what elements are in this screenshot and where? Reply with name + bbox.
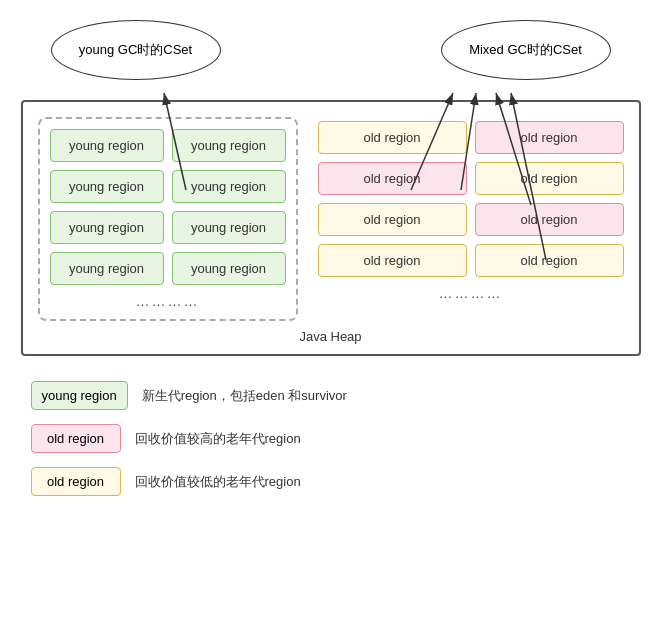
mixed-gc-label: Mixed GC时的CSet: [469, 41, 582, 59]
list-item: old region: [475, 121, 624, 154]
legend-old-pink-desc: 回收价值较高的老年代region: [135, 430, 301, 448]
list-item: young region: [50, 211, 164, 244]
list-item: old region: [318, 121, 467, 154]
list-item: young region: [50, 170, 164, 203]
list-item: old region: [475, 162, 624, 195]
legend-old-yellow-label: old region: [47, 474, 104, 489]
list-item: young region: [172, 129, 286, 162]
list-item: young region: [50, 252, 164, 285]
list-item: young region: [172, 170, 286, 203]
legend-young-label: young region: [42, 388, 117, 403]
young-regions-area: young region young region young region y…: [38, 117, 298, 321]
legend-old-pink-label: old region: [47, 431, 104, 446]
legend: young region 新生代region，包括eden 和survivor …: [21, 381, 641, 496]
list-item: young region: [172, 252, 286, 285]
list-item: old region: [475, 244, 624, 277]
young-gc-cset-ellipse: young GC时的CSet: [51, 20, 221, 80]
mixed-gc-cset-ellipse: Mixed GC时的CSet: [441, 20, 611, 80]
young-grid: young region young region young region y…: [50, 129, 286, 285]
list-item: young region: [172, 211, 286, 244]
young-dots: …………: [50, 293, 286, 309]
young-gc-label: young GC时的CSet: [79, 41, 192, 59]
heap-box: young region young region young region y…: [21, 100, 641, 356]
diagram-container: young GC时的CSet Mixed GC时的CSet young regi…: [21, 20, 641, 496]
old-regions-area: old region old region old region old reg…: [318, 117, 624, 321]
legend-item-old-pink: old region 回收价值较高的老年代region: [31, 424, 631, 453]
list-item: old region: [318, 162, 467, 195]
legend-box-young: young region: [31, 381, 128, 410]
legend-young-desc: 新生代region，包括eden 和survivor: [142, 387, 347, 405]
heap-label: Java Heap: [38, 329, 624, 344]
legend-item-old-yellow: old region 回收价值较低的老年代region: [31, 467, 631, 496]
legend-box-old-pink: old region: [31, 424, 121, 453]
ellipses-row: young GC时的CSet Mixed GC时的CSet: [21, 20, 641, 90]
legend-item-young: young region 新生代region，包括eden 和survivor: [31, 381, 631, 410]
old-grid: old region old region old region old reg…: [318, 121, 624, 277]
heap-inner: young region young region young region y…: [38, 117, 624, 321]
list-item: old region: [318, 244, 467, 277]
list-item: old region: [318, 203, 467, 236]
legend-box-old-yellow: old region: [31, 467, 121, 496]
list-item: old region: [475, 203, 624, 236]
list-item: young region: [50, 129, 164, 162]
legend-old-yellow-desc: 回收价值较低的老年代region: [135, 473, 301, 491]
old-dots: …………: [318, 285, 624, 301]
